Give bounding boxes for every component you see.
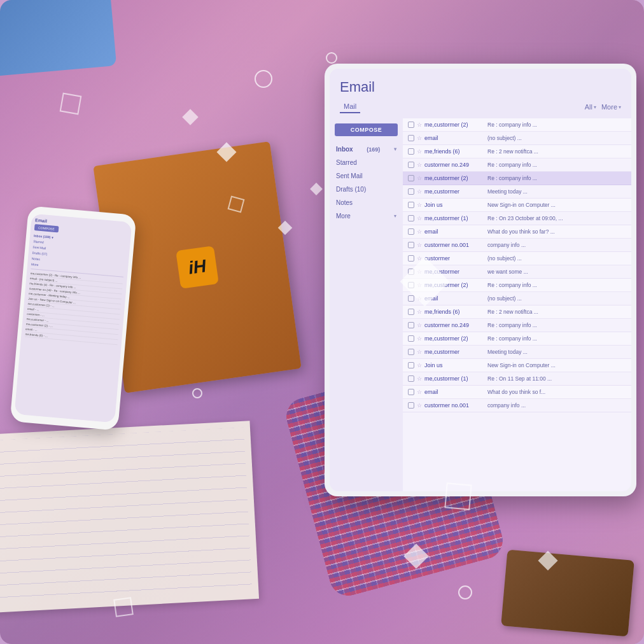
email-star[interactable]: ☆ [417,349,422,355]
email-star[interactable]: ☆ [417,295,422,302]
email-row[interactable]: ☆me,custormer (2)Re : company info ... [403,118,631,132]
leather-book [501,550,634,637]
email-checkbox[interactable] [408,295,414,302]
sidebar-item-drafts[interactable]: Drafts (10) [330,183,403,196]
sidebar-starred-label: Starred [336,159,357,166]
email-row[interactable]: ☆custormer no.249Re : company info ... [403,158,631,172]
email-row[interactable]: ☆Join usNew Sign-in on Computer ... [403,359,631,372]
email-row[interactable]: ☆me,friends (6)Re : 2 new notiftca ... [403,305,631,319]
email-checkbox[interactable] [408,402,414,409]
all-dropdown[interactable]: All ▾ [585,103,596,111]
email-star[interactable]: ☆ [417,215,422,221]
email-row[interactable]: ☆emailWhat do you think so f... [403,386,631,399]
email-star[interactable]: ☆ [417,362,422,368]
sidebar-sent-label: Sent Mail [336,172,363,179]
sidebar-item-inbox[interactable]: Inbox (169) ▾ [330,143,403,156]
email-star[interactable]: ☆ [417,255,422,262]
email-row[interactable]: ☆me,custormerMeeting today ... [403,185,631,199]
email-checkbox[interactable] [408,335,414,342]
sidebar-item-more[interactable]: More ▾ [330,209,403,223]
email-star[interactable]: ☆ [417,375,422,382]
more-dropdown-arrow: ▾ [619,104,621,110]
email-star[interactable]: ☆ [417,202,422,208]
all-label: All [585,103,592,111]
sidebar-notes-label: Notes [336,199,353,206]
email-checkbox[interactable] [408,135,414,141]
email-app-title: Email [340,79,621,95]
email-checkbox[interactable] [408,389,414,395]
email-row[interactable]: ☆emailWhat do you think so far? ... [403,225,631,239]
email-star[interactable]: ☆ [417,242,422,248]
email-checkbox[interactable] [408,255,414,262]
email-row[interactable]: ☆me,custormer (2)Re : company info ... [403,279,631,292]
email-row[interactable]: ☆me,custormer (1)Re : On 23 October at 0… [403,212,631,225]
sidebar-item-sent[interactable]: Sent Mail [330,169,403,183]
email-star[interactable]: ☆ [417,322,422,328]
email-checkbox[interactable] [408,228,414,235]
email-row[interactable]: ☆custormer no.001company info ... [403,239,631,252]
phone-email-mini: Email COMPOSE Inbox (169) ▾ Starred Sent… [21,214,132,349]
email-row[interactable]: ☆me,friends (6)Re : 2 new notiftca ... [403,145,631,158]
email-checkbox[interactable] [408,122,414,128]
email-sender: email [424,228,485,235]
email-toolbar: Mail All ▾ More ▾ [340,101,621,113]
email-sender: me,custormer (1) [424,375,485,382]
email-checkbox[interactable] [408,269,414,275]
email-star[interactable]: ☆ [417,175,422,181]
more-label: More [601,103,617,111]
tablet-screen: Email Mail All ▾ More ▾ [330,69,631,491]
sidebar-item-starred[interactable]: Starred [330,156,403,169]
email-row[interactable]: ☆custormer no.001company info ... [403,399,631,412]
email-star[interactable]: ☆ [417,309,422,315]
email-row[interactable]: ☆email(no subject) ... [403,132,631,145]
email-star[interactable]: ☆ [417,135,422,141]
email-checkbox[interactable] [408,282,414,288]
email-star[interactable]: ☆ [417,389,422,395]
more-dropdown[interactable]: More ▾ [601,103,621,111]
email-star[interactable]: ☆ [417,162,422,168]
email-star[interactable]: ☆ [417,228,422,235]
email-checkbox[interactable] [408,242,414,248]
email-body: COMPOSE Inbox (169) ▾ Starred Sent Mail … [330,118,631,491]
email-preview: Meeting today ... [487,349,626,355]
email-checkbox[interactable] [408,215,414,221]
email-row[interactable]: ☆me,custormer (1)Re : On 11 Sep at 11:00… [403,372,631,386]
email-app: Email Mail All ▾ More ▾ [330,69,631,491]
email-row[interactable]: ☆me,custormerMeeting today ... [403,346,631,359]
email-star[interactable]: ☆ [417,282,422,288]
email-star[interactable]: ☆ [417,335,422,342]
email-preview: New Sign-in on Computer ... [487,202,626,208]
email-checkbox[interactable] [408,175,414,181]
email-star[interactable]: ☆ [417,148,422,155]
email-star[interactable]: ☆ [417,269,422,275]
all-dropdown-arrow: ▾ [594,104,596,110]
email-checkbox[interactable] [408,148,414,155]
email-checkbox[interactable] [408,349,414,355]
email-checkbox[interactable] [408,375,414,382]
email-row[interactable]: ☆me,custormer (2)Re : company info ... [403,332,631,346]
email-star[interactable]: ☆ [417,402,422,409]
email-checkbox[interactable] [408,162,414,168]
email-row[interactable]: ☆me,custormerwe want some ... [403,265,631,279]
email-sender: me,custormer (2) [424,282,485,288]
email-sender: custormer no.249 [424,322,485,328]
email-sender: me,friends (6) [424,148,485,155]
email-star[interactable]: ☆ [417,188,422,195]
email-preview: company info ... [487,402,626,409]
email-row[interactable]: ☆custormer no.249Re : company info ... [403,319,631,332]
email-checkbox[interactable] [408,362,414,368]
email-checkbox[interactable] [408,309,414,315]
email-row[interactable]: ☆Join usNew Sign-in on Computer ... [403,199,631,212]
sidebar-inbox-label: Inbox [336,146,353,153]
compose-button[interactable]: COMPOSE [335,123,398,136]
email-checkbox[interactable] [408,202,414,208]
email-row[interactable]: ☆me,custormer (2)Re : company info ... [403,172,631,185]
email-sender: me,custormer (2) [424,122,485,128]
sidebar-item-notes[interactable]: Notes [330,196,403,209]
email-row[interactable]: ☆custormer(no subject) ... [403,252,631,265]
email-checkbox[interactable] [408,322,414,328]
mail-tab[interactable]: Mail [340,101,360,113]
email-checkbox[interactable] [408,188,414,195]
email-row[interactable]: ☆email(no subject) ... [403,292,631,305]
email-star[interactable]: ☆ [417,122,422,128]
